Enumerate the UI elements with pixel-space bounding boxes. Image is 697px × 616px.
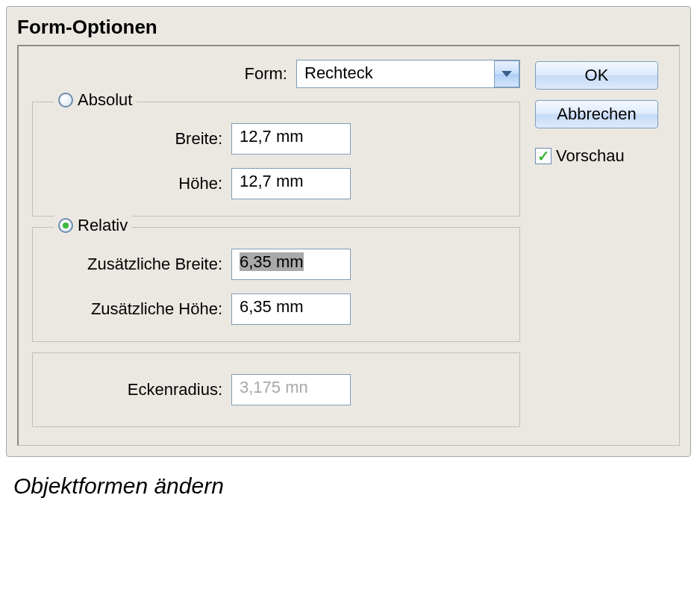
form-options-dialog: Form-Optionen Form: Rechteck Absolut Bre xyxy=(6,6,691,457)
zus-breite-input[interactable]: 6,35 mm xyxy=(231,249,351,280)
preview-label: Vorschau xyxy=(556,146,625,166)
hoehe-input[interactable]: 12,7 mm xyxy=(231,168,351,199)
breite-label: Breite: xyxy=(43,129,222,149)
form-row: Form: Rechteck xyxy=(32,60,520,88)
radius-label: Eckenradius: xyxy=(43,380,222,399)
ok-button[interactable]: OK xyxy=(535,61,658,90)
hoehe-row: Höhe: 12,7 mm xyxy=(43,168,509,199)
zus-hoehe-label: Zusätzliche Höhe: xyxy=(43,299,222,319)
dialog-body: Form: Rechteck Absolut Breite: 12,7 mm xyxy=(17,45,680,446)
hoehe-label: Höhe: xyxy=(43,174,222,193)
radius-input: 3,175 mn xyxy=(231,374,351,405)
absolut-group: Absolut Breite: 12,7 mm Höhe: 12,7 mm xyxy=(32,102,520,217)
dialog-title: Form-Optionen xyxy=(7,7,690,45)
preview-row: ✓ Vorschau xyxy=(535,146,625,166)
relativ-legend: Relativ xyxy=(54,216,132,235)
zus-breite-row: Zusätzliche Breite: 6,35 mm xyxy=(43,249,509,280)
zus-breite-label: Zusätzliche Breite: xyxy=(43,255,222,274)
cancel-button[interactable]: Abbrechen xyxy=(535,100,658,128)
form-label: Form: xyxy=(245,64,296,84)
radius-row: Eckenradius: 3,175 mn xyxy=(43,374,509,405)
figure-caption: Objektformen ändern xyxy=(0,463,697,509)
absolut-legend: Absolut xyxy=(54,90,137,110)
left-column: Form: Rechteck Absolut Breite: 12,7 mm xyxy=(32,60,520,438)
relativ-group: Relativ Zusätzliche Breite: 6,35 mm Zusä… xyxy=(32,227,520,342)
absolut-radio[interactable] xyxy=(58,93,73,108)
check-icon: ✓ xyxy=(537,149,550,164)
form-value[interactable]: Rechteck xyxy=(296,60,520,88)
relativ-legend-label: Relativ xyxy=(78,216,128,235)
breite-input[interactable]: 12,7 mm xyxy=(231,123,351,155)
combobox-dropdown-button[interactable] xyxy=(494,60,519,87)
zus-hoehe-row: Zusätzliche Höhe: 6,35 mm xyxy=(43,293,509,325)
breite-row: Breite: 12,7 mm xyxy=(43,123,509,155)
form-combobox[interactable]: Rechteck xyxy=(296,60,520,88)
absolut-legend-label: Absolut xyxy=(78,90,132,110)
chevron-down-icon xyxy=(501,71,512,77)
preview-checkbox[interactable]: ✓ xyxy=(535,148,551,164)
right-column: OK Abbrechen ✓ Vorschau xyxy=(535,60,666,438)
zus-hoehe-input[interactable]: 6,35 mm xyxy=(231,293,351,325)
relativ-radio[interactable] xyxy=(58,218,73,233)
radius-group: Eckenradius: 3,175 mn xyxy=(32,352,520,427)
